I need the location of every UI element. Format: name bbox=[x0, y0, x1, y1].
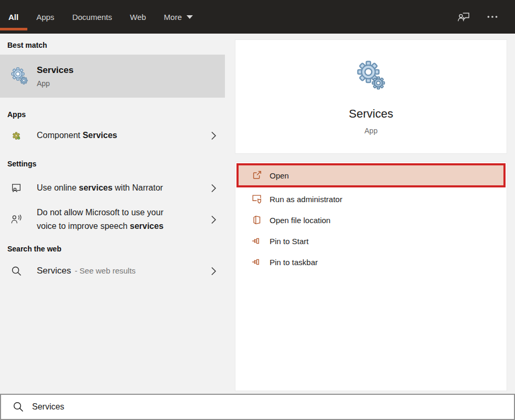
tab-documents[interactable]: Documents bbox=[72, 0, 112, 34]
section-header-best-match: Best match bbox=[0, 41, 225, 49]
result-text: Services- See web results bbox=[37, 264, 136, 278]
pin-icon bbox=[251, 235, 263, 247]
file-location-icon bbox=[251, 214, 263, 226]
tab-apps-label: Apps bbox=[36, 13, 54, 22]
result-text: Do not allow Microsoft to use your voice… bbox=[37, 206, 180, 233]
filter-tabs: All Apps Documents Web More bbox=[0, 0, 211, 34]
result-speech-services-setting[interactable]: Do not allow Microsoft to use your voice… bbox=[0, 206, 225, 233]
app-actions-card: Open Run as administrator bbox=[235, 162, 507, 391]
search-filter-bar: All Apps Documents Web More bbox=[0, 0, 515, 34]
section-header-search-web: Search the web bbox=[0, 245, 225, 253]
narrator-icon bbox=[11, 182, 22, 194]
tab-apps[interactable]: Apps bbox=[36, 0, 54, 34]
chevron-down-icon bbox=[187, 15, 193, 19]
services-gears-icon bbox=[9, 66, 29, 86]
action-pin-to-start[interactable]: Pin to Start bbox=[235, 230, 507, 251]
action-label: Run as administrator bbox=[270, 195, 342, 204]
best-match-text: Services App bbox=[37, 65, 74, 88]
app-title: Services bbox=[235, 107, 507, 121]
open-icon bbox=[251, 170, 263, 181]
action-run-as-administrator[interactable]: Run as administrator bbox=[235, 188, 507, 209]
feedback-icon[interactable] bbox=[457, 10, 471, 24]
services-gears-icon bbox=[354, 59, 388, 92]
component-services-icon bbox=[11, 130, 22, 141]
action-label: Pin to Start bbox=[270, 237, 308, 246]
best-match-result-services[interactable]: Services App bbox=[0, 55, 225, 98]
app-type-label: App bbox=[235, 127, 507, 135]
result-web-search[interactable]: Services- See web results bbox=[0, 259, 225, 282]
chevron-right-icon[interactable] bbox=[211, 131, 217, 140]
windows-search-panel: All Apps Documents Web More bbox=[0, 0, 515, 420]
action-pin-to-taskbar[interactable]: Pin to taskbar bbox=[235, 251, 507, 272]
action-label: Open bbox=[270, 171, 289, 180]
action-open[interactable]: Open bbox=[236, 163, 506, 187]
tab-more-label: More bbox=[164, 13, 182, 22]
search-input[interactable] bbox=[32, 402, 514, 412]
taskbar-search-box[interactable] bbox=[0, 394, 515, 420]
result-detail-panel: Services App Open bbox=[225, 34, 515, 394]
tab-all[interactable]: All bbox=[8, 0, 18, 34]
tab-all-label: All bbox=[8, 13, 18, 22]
topbar-icons bbox=[457, 0, 515, 34]
app-info-card: Services App bbox=[235, 39, 507, 154]
action-label: Pin to taskbar bbox=[270, 258, 318, 267]
result-narrator-setting[interactable]: Use online services with Narrator bbox=[0, 177, 225, 198]
action-label: Open file location bbox=[270, 216, 331, 225]
more-options-icon[interactable] bbox=[486, 10, 499, 24]
best-match-subtitle: App bbox=[37, 79, 74, 88]
active-tab-underline bbox=[0, 28, 27, 30]
speech-person-icon bbox=[11, 214, 22, 225]
admin-shield-icon bbox=[251, 193, 263, 205]
section-header-apps: Apps bbox=[0, 110, 225, 119]
chevron-right-icon[interactable] bbox=[211, 267, 217, 276]
search-icon bbox=[11, 265, 22, 277]
search-results-panel: Best match bbox=[0, 34, 225, 394]
action-open-file-location[interactable]: Open file location bbox=[235, 209, 507, 230]
chevron-right-icon[interactable] bbox=[211, 215, 217, 224]
tab-more[interactable]: More bbox=[164, 0, 193, 34]
result-text: Use online services with Narrator bbox=[37, 181, 163, 195]
tab-web-label: Web bbox=[130, 13, 146, 22]
chevron-right-icon[interactable] bbox=[211, 184, 217, 193]
search-icon bbox=[13, 401, 24, 413]
result-component-services[interactable]: Component Services bbox=[0, 125, 225, 146]
result-text: Component Services bbox=[37, 129, 117, 142]
section-header-settings: Settings bbox=[0, 160, 225, 168]
pin-icon bbox=[251, 256, 263, 268]
tab-documents-label: Documents bbox=[72, 13, 112, 22]
tab-web[interactable]: Web bbox=[130, 0, 146, 34]
best-match-title: Services bbox=[37, 65, 74, 76]
